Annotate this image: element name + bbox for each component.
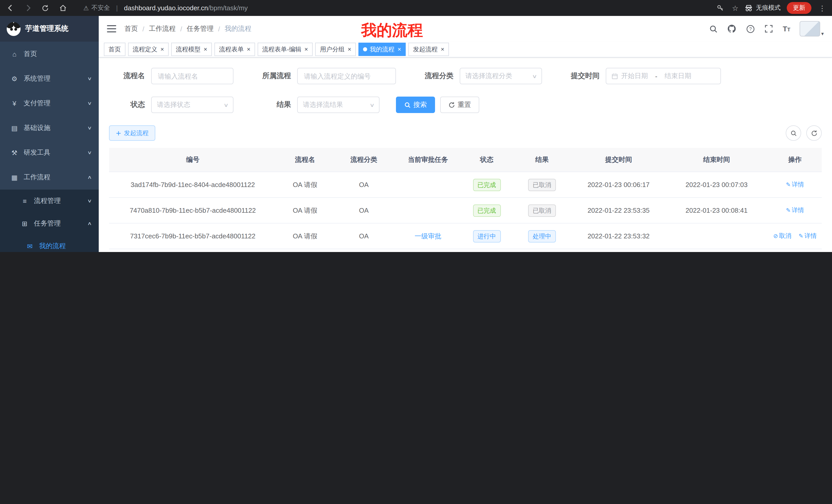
back-icon[interactable]: [5, 3, 16, 13]
app-logo[interactable]: 芋道管理系统: [0, 16, 99, 41]
svg-text:?: ?: [749, 26, 752, 31]
sidebar-toggle-icon[interactable]: [107, 25, 116, 32]
home-nav-icon[interactable]: [58, 3, 68, 13]
tab-process-def[interactable]: 流程定义×: [128, 43, 169, 56]
status-select[interactable]: 请选择状态∨: [151, 96, 233, 113]
bookmark-star-icon[interactable]: ☆: [732, 4, 738, 12]
detail-action-link[interactable]: ✎详情: [786, 181, 804, 188]
reset-button-label: 重置: [458, 100, 471, 109]
parent-process-input[interactable]: [297, 68, 396, 84]
help-icon[interactable]: ?: [746, 24, 755, 33]
cell-status: 已完成: [462, 249, 512, 252]
cell-id: 3ad174fb-7b9d-11ec-8404-acde48001122: [109, 172, 277, 198]
tab-user-group[interactable]: 用户分组×: [315, 43, 356, 56]
close-icon[interactable]: ×: [247, 46, 251, 52]
result-select[interactable]: 请选择流结果∨: [297, 96, 380, 113]
cancel-action-link[interactable]: ⊘取消: [773, 232, 791, 240]
refresh-table-icon[interactable]: [806, 125, 822, 141]
status-badge: 已完成: [473, 178, 501, 191]
tab-start-process[interactable]: 发起流程×: [408, 43, 449, 56]
detail-action-link[interactable]: ✎详情: [786, 206, 804, 214]
sidebar-item-process-mgmt[interactable]: ≡流程管理∨: [0, 190, 99, 212]
tab-my-process[interactable]: 我的流程×: [358, 43, 406, 56]
search-button[interactable]: 搜索: [396, 96, 435, 113]
chevron-down-icon: ∨: [369, 102, 374, 108]
sidebar-item-home[interactable]: ⌂首页: [0, 41, 99, 66]
tab-home[interactable]: 首页: [104, 43, 126, 56]
browser-menu-icon[interactable]: ⋮: [817, 4, 827, 12]
table-row: 2152467e-7b9b-11ec-9a1b-acde48001122OA 请…: [109, 249, 822, 252]
chevron-down-icon: ∨: [87, 76, 92, 81]
tab-process-form[interactable]: 流程表单×: [214, 43, 255, 56]
table-header-row: 编号流程名流程分类当前审批任务状态结果提交时间结束时间操作: [109, 148, 822, 172]
reset-button[interactable]: 重置: [440, 96, 479, 113]
forward-icon[interactable]: [23, 3, 33, 13]
close-icon[interactable]: ×: [397, 46, 401, 52]
tab-process-form-edit[interactable]: 流程表单-编辑×: [258, 43, 313, 56]
result-label: 结果: [250, 100, 291, 109]
cell-current-task: [394, 249, 462, 252]
url-text[interactable]: dashboard.yudao.iocoder.cn/bpm/task/my: [124, 4, 248, 12]
sidebar-item-task-mgmt[interactable]: ⊞任务管理∧: [0, 212, 99, 235]
chevron-down-icon: ∨: [532, 73, 537, 79]
sidebar: 芋道管理系统 ⌂首页⚙系统管理∨¥支付管理∨▤基础设施∨⚒研发工具∨▦工作流程∧…: [0, 16, 99, 252]
reload-icon[interactable]: [40, 3, 50, 13]
current-task-link[interactable]: 一级审批: [414, 232, 441, 240]
address-bar[interactable]: ⚠ 不安全 | dashboard.yudao.iocoder.cn/bpm/t…: [75, 4, 708, 12]
logo-image: [7, 22, 21, 36]
parent-process-input[interactable]: [303, 72, 390, 80]
close-icon[interactable]: ×: [305, 46, 308, 52]
browser-chrome: ⚠ 不安全 | dashboard.yudao.iocoder.cn/bpm/t…: [0, 0, 832, 16]
security-status[interactable]: ⚠ 不安全: [83, 4, 110, 12]
sidebar-item-devtools[interactable]: ⚒研发工具∨: [0, 140, 99, 165]
tab-process-model[interactable]: 流程模型×: [171, 43, 212, 56]
cancel-action-label: 取消: [779, 232, 791, 240]
close-icon[interactable]: ×: [441, 46, 444, 52]
sidebar-item-system[interactable]: ⚙系统管理∨: [0, 66, 99, 91]
cell-status: 已完成: [462, 172, 512, 198]
sidebar-item-label: 我的流程: [39, 242, 66, 251]
tags-view: 首页流程定义×流程模型×流程表单×流程表单-编辑×用户分组×我的流程×发起流程×: [99, 41, 832, 58]
submit-time-daterange[interactable]: 开始日期-结束日期: [606, 68, 721, 84]
table-toolbar: 发起流程: [109, 125, 822, 141]
update-button[interactable]: 更新: [787, 2, 811, 14]
sidebar-item-my-process[interactable]: ✉我的流程: [0, 235, 99, 252]
close-icon[interactable]: ×: [347, 46, 351, 52]
user-avatar[interactable]: ▾: [800, 21, 824, 36]
key-icon[interactable]: [716, 3, 726, 13]
column-header: 流程名: [277, 148, 334, 172]
chevron-down-icon: ∨: [87, 150, 92, 155]
detail-action-link[interactable]: ✎详情: [799, 232, 816, 240]
chevron-up-icon: ∧: [87, 221, 92, 226]
create-process-button[interactable]: 发起流程: [109, 125, 155, 141]
tab-label: 流程模型: [176, 45, 201, 54]
sidebar-item-label: 系统管理: [24, 74, 50, 83]
cell-status: 已完成: [462, 198, 512, 223]
breadcrumb-item[interactable]: 工作流程: [149, 24, 176, 33]
process-name-input[interactable]: [157, 72, 228, 80]
sidebar-item-infra[interactable]: ▤基础设施∨: [0, 116, 99, 140]
chevron-up-icon: ∧: [87, 175, 92, 180]
close-icon[interactable]: ×: [160, 46, 164, 52]
status-label: 状态: [109, 100, 145, 109]
detail-action-label: 详情: [791, 206, 804, 214]
chevron-down-icon: ∨: [87, 125, 92, 131]
task-mgmt-icon: ⊞: [21, 220, 29, 227]
process-category-select[interactable]: 请选择流程分类∨: [460, 68, 542, 84]
infra-icon: ▤: [10, 124, 19, 132]
search-icon[interactable]: [709, 24, 718, 33]
fullscreen-icon[interactable]: [764, 24, 774, 33]
tab-label: 首页: [108, 45, 121, 54]
font-size-icon[interactable]: TT: [783, 25, 790, 33]
toggle-search-icon[interactable]: [786, 125, 801, 141]
process-name-input[interactable]: [151, 68, 233, 84]
breadcrumb-item[interactable]: 任务管理: [187, 24, 214, 33]
sidebar-item-label: 工作流程: [24, 173, 50, 182]
breadcrumb-item[interactable]: 首页: [125, 24, 138, 33]
close-icon[interactable]: ×: [204, 46, 207, 52]
warning-icon: ⚠: [83, 4, 89, 11]
sidebar-item-workflow[interactable]: ▦工作流程∧: [0, 165, 99, 190]
github-icon[interactable]: [727, 24, 737, 33]
cell-actions: ✎详情: [768, 249, 822, 252]
sidebar-item-payment[interactable]: ¥支付管理∨: [0, 91, 99, 116]
